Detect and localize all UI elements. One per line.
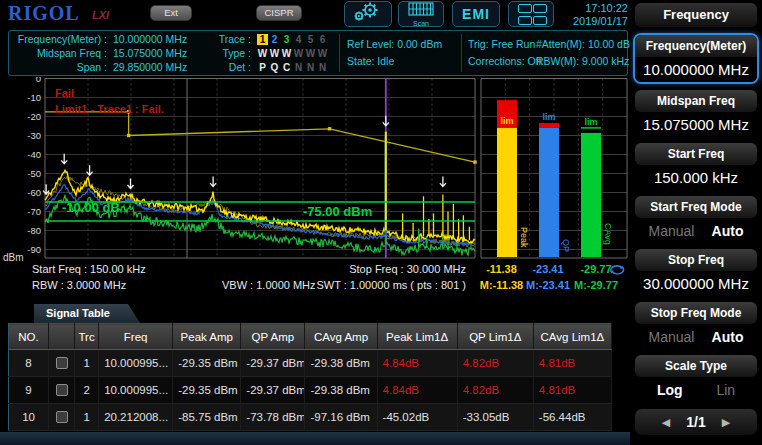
frequency-meter-value: 10.000000 MHz — [635, 57, 757, 82]
divider — [461, 34, 462, 72]
table-row[interactable]: 8110.000995...-29.35 dBm-29.37 dBm-29.38… — [9, 350, 612, 377]
prev-page-icon[interactable]: ◀ — [662, 416, 670, 429]
attenuation: #Atten(M): 10.00 dB — [536, 38, 630, 50]
svg-text:-40: -40 — [27, 149, 41, 160]
row-select-checkbox[interactable] — [56, 357, 68, 369]
svg-text:-10: -10 — [27, 92, 41, 103]
svg-text:-10.00 dB: -10.00 dB — [62, 200, 120, 215]
column-header: QP Lim1Δ — [457, 324, 533, 350]
svg-text:0: 0 — [36, 77, 41, 84]
stop-freq-value: 30.000000 MHz — [630, 271, 762, 296]
scale-type-label: Scale Type — [635, 355, 757, 377]
svg-text:-30: -30 — [27, 130, 41, 141]
softkey-stop-freq-mode[interactable]: Stop Freq Mode Manual Auto — [630, 302, 762, 349]
trace-types: WWWWWW — [257, 47, 329, 59]
svg-text:lim: lim — [542, 112, 555, 122]
column-header — [49, 324, 75, 350]
scan-label: Scan — [413, 20, 429, 27]
scale-log[interactable]: Log — [657, 382, 683, 398]
meter-readings: -11.38 -23.41 -29.77 M:-11.38 M:-23.41 M… — [478, 261, 628, 293]
midspan-freq-label: Midspan Freq — [635, 90, 757, 112]
spectrum-display[interactable]: 0-10-20-30-40-50-60-70-80-90dBm-10.00 dB… — [0, 77, 630, 263]
svg-text:-20: -20 — [27, 111, 41, 122]
rbw-readout: RBW : 3.0000 MHz — [32, 279, 126, 291]
column-header: Freq — [99, 324, 173, 350]
signal-table-header: NO.TrcFreqPeak AmpQP AmpCAvg AmpPeak Lim… — [9, 324, 612, 350]
corrections: Corrections: Off — [468, 55, 541, 67]
trace-badge[interactable]: 3 — [281, 34, 292, 45]
stop-freq-readout: Stop Freq : 30.000 MHz — [273, 263, 466, 275]
emi-mode-button[interactable]: EMI — [452, 1, 500, 27]
row-select-checkbox[interactable] — [56, 411, 68, 423]
column-header: CAvg Lim1Δ — [533, 324, 611, 350]
start-freq-readout: Start Freq : 150.00 kHz — [32, 263, 146, 275]
svg-text:-70: -70 — [27, 206, 41, 217]
svg-text:-75.00 dBm: -75.00 dBm — [303, 204, 372, 219]
signal-table[interactable]: NO.TrcFreqPeak AmpQP AmpCAvg AmpPeak Lim… — [8, 323, 612, 431]
next-page-icon[interactable]: ▶ — [722, 416, 730, 429]
svg-text:QP: QP — [561, 239, 571, 252]
det-label: Det : — [209, 61, 251, 73]
svg-text:Peak: Peak — [519, 227, 529, 248]
start-mode-auto[interactable]: Auto — [712, 223, 744, 239]
cavg-max-reading: M:-29.77 — [571, 279, 621, 291]
softkey-start-freq-mode[interactable]: Start Freq Mode Manual Auto — [630, 196, 762, 243]
trace-badge[interactable]: 5 — [305, 34, 316, 45]
meter-restart-icon[interactable] — [608, 263, 626, 278]
clock: 17:10:22 2019/01/17 — [556, 2, 628, 28]
softkey-stop-freq[interactable]: Stop Freq 30.000000 MHz — [630, 249, 762, 296]
stop-mode-auto[interactable]: Auto — [712, 329, 744, 345]
ref-level: Ref Level: 0.00 dBm — [347, 38, 442, 50]
span-label: Span : — [13, 61, 107, 73]
state: State: Idle — [347, 55, 394, 67]
start-freq-label: Start Freq — [635, 143, 757, 165]
freq-meter-value: 10.000000 MHz — [113, 33, 187, 45]
top-bar: RIGOL LXI Ext CISPR — [0, 0, 630, 29]
svg-text:-60: -60 — [27, 187, 41, 198]
trace-badge[interactable]: 6 — [317, 34, 328, 45]
peak-reading: -11.38 — [478, 263, 525, 275]
emi-analyzer-screen: RIGOL LXI Ext CISPR — [0, 0, 762, 445]
svg-text:Limit1 - Trace1 : Fail.: Limit1 - Trace1 : Fail. — [55, 103, 164, 115]
emi-label: EMI — [462, 6, 490, 22]
column-header: CAvg Amp — [305, 324, 377, 350]
gear-icon — [353, 1, 383, 27]
softkey-midspan-freq[interactable]: Midspan Freq 15.075000 MHz — [630, 90, 762, 137]
row-select-checkbox[interactable] — [56, 384, 68, 396]
trace-badge[interactable]: 2 — [269, 34, 280, 45]
trace-badge[interactable]: 4 — [293, 34, 304, 45]
trace-badges[interactable]: 123456 — [257, 33, 329, 45]
window-layout-button[interactable] — [508, 1, 554, 27]
scan-button[interactable]: Scan — [398, 1, 444, 27]
stop-mode-manual[interactable]: Manual — [649, 329, 695, 345]
signal-table-tab[interactable]: Signal Table — [34, 304, 140, 323]
start-freq-mode-label: Start Freq Mode — [635, 196, 757, 218]
column-header: QP Amp — [241, 324, 305, 350]
svg-text:lim: lim — [500, 116, 513, 126]
svg-text:lim: lim — [584, 117, 597, 127]
svg-text:-90: -90 — [27, 244, 41, 255]
svg-text:-50: -50 — [27, 168, 41, 179]
trace-detectors: PQCNNN — [257, 61, 329, 73]
softkey-scale-type[interactable]: Scale Type Log Lin — [630, 355, 762, 402]
column-header: Peak Amp — [173, 324, 241, 350]
cispr-button[interactable]: CISPR — [256, 5, 302, 21]
start-mode-manual[interactable]: Manual — [649, 223, 695, 239]
stop-freq-label: Stop Freq — [635, 249, 757, 271]
span-value: 29.850000 MHz — [113, 61, 187, 73]
qp-max-reading: M:-23.41 — [525, 279, 571, 291]
trace-badge[interactable]: 1 — [257, 34, 268, 45]
softkey-start-freq[interactable]: Start Freq 150.000 kHz — [630, 143, 762, 190]
scale-lin[interactable]: Lin — [716, 382, 735, 398]
ext-ref-button[interactable]: Ext — [150, 5, 192, 21]
table-row[interactable]: 9210.000995...-29.35 dBm-29.37 dBm-29.38… — [9, 377, 612, 404]
softkey-frequency-meter[interactable]: Frequency(Meter) 10.000000 MHz — [633, 33, 759, 84]
table-row[interactable]: 10120.212008...-85.75 dBm-73.78 dBm-97.1… — [9, 404, 612, 431]
trace-label: Trace : — [209, 33, 251, 45]
rigol-logo: RIGOL — [8, 2, 80, 25]
column-header: Trc — [75, 324, 99, 350]
settings-button[interactable] — [344, 1, 392, 27]
swt-readout: SWT : 1.00000 ms ( pts : 801 ) — [273, 279, 466, 291]
midspan-label: Midspan Freq : — [13, 47, 107, 59]
date: 2019/01/17 — [556, 15, 628, 28]
